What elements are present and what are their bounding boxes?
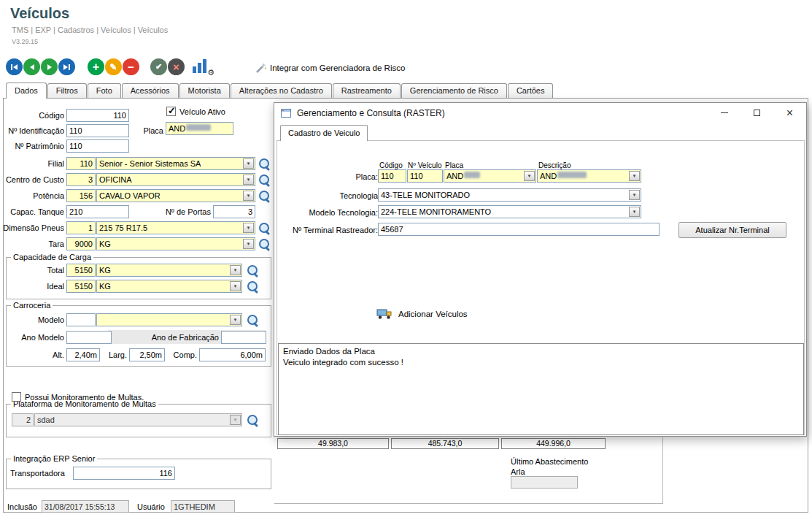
nav-last-button[interactable] [58, 58, 75, 75]
centro-custo-code-field[interactable]: 3 [66, 173, 96, 186]
search-icon[interactable] [258, 222, 271, 234]
total-code-field[interactable]: 5150 [66, 264, 96, 277]
close-button[interactable]: × [773, 103, 806, 123]
potencia-combo[interactable]: CAVALO VAPOR [96, 189, 255, 202]
ideal-value: KG [99, 282, 111, 291]
modelo-combo[interactable] [96, 313, 242, 326]
chevron-down-icon[interactable] [243, 223, 254, 233]
minimize-button[interactable] [708, 103, 741, 123]
veiculo-ativo-label: Veículo Ativo [179, 107, 225, 117]
search-icon[interactable] [247, 264, 259, 277]
total-label: Total [20, 266, 64, 275]
tecnologia-combo[interactable]: 43-TELE MONITORADO [378, 188, 641, 202]
search-icon[interactable] [247, 314, 259, 326]
integrate-risk-label[interactable]: Integrar com Gerenciadora de Risco [270, 64, 405, 73]
tab-gerenciamento-risco[interactable]: Gerenciamento de Risco [401, 83, 507, 98]
monitoramento-multas-checkbox[interactable] [12, 392, 21, 402]
veiculo-ativo-checkbox[interactable] [166, 107, 176, 116]
chevron-down-icon[interactable] [629, 190, 640, 200]
dialog-titlebar[interactable]: Gerenciamento e Consulta (RASTER) × [274, 103, 806, 123]
placa-field[interactable]: AND [166, 122, 233, 135]
monitoramento-multas-label: Possui Monitoramento de Multas. [25, 393, 144, 402]
confirm-button[interactable]: ✔ [150, 58, 167, 75]
inclusao-field: 31/08/2017 15:55:13 [42, 500, 129, 513]
search-icon[interactable] [258, 174, 271, 186]
potencia-code-field[interactable]: 156 [66, 189, 96, 202]
chevron-down-icon[interactable] [230, 265, 241, 275]
search-icon[interactable] [247, 280, 259, 293]
total-combo[interactable]: KG [96, 264, 242, 277]
chevron-down-icon[interactable] [629, 207, 640, 217]
filial-combo[interactable]: Senior - Senior Sistemas SA [96, 157, 255, 170]
dialog-placa-combo[interactable]: AND [444, 169, 536, 183]
tab-filtros[interactable]: Filtros [47, 83, 87, 98]
identificacao-field[interactable]: 110 [66, 124, 129, 137]
tara-combo[interactable]: KG [96, 237, 255, 250]
chart-config-button[interactable]: ⚙ [193, 58, 214, 75]
tecnologia-value: 43-TELE MONITORADO [381, 191, 470, 199]
dialog-title: Gerenciamento e Consulta (RASTER) [297, 108, 445, 118]
maximize-button[interactable] [741, 103, 773, 123]
dimensao-pneus-combo[interactable]: 215 75 R17.5 [96, 221, 255, 234]
modelo-code-field[interactable] [66, 313, 96, 326]
centro-custo-combo[interactable]: OFICINA [96, 173, 255, 186]
search-icon[interactable] [258, 158, 271, 170]
add-button[interactable]: + [88, 58, 104, 75]
tara-code-field[interactable]: 9000 [66, 237, 96, 250]
tab-motorista[interactable]: Motorista [179, 83, 230, 98]
chevron-down-icon[interactable] [243, 158, 254, 169]
truck-icon [376, 307, 393, 320]
dimensao-pneus-code-field[interactable]: 1 [66, 221, 96, 234]
nav-first-button[interactable] [6, 58, 23, 75]
alt-field[interactable]: 2,40m [66, 348, 100, 361]
capac-tanque-field[interactable]: 210 [66, 205, 129, 218]
edit-button[interactable]: ✎ [105, 58, 122, 75]
atualizar-terminal-button[interactable]: Atualizar Nr.Terminal [678, 222, 786, 238]
filial-code-field[interactable]: 110 [66, 157, 96, 170]
tab-foto[interactable]: Foto [88, 83, 121, 98]
terminal-field[interactable]: 45687 [378, 223, 660, 236]
codigo-field[interactable]: 110 [66, 109, 129, 122]
dialog-codigo-field[interactable]: 110 [378, 169, 406, 183]
bar-chart-icon [193, 66, 196, 73]
ideal-code-field[interactable]: 5150 [66, 280, 96, 293]
raster-dialog: Gerenciamento e Consulta (RASTER) × Cada… [274, 102, 807, 437]
adicionar-veiculos-button[interactable]: Adicionar Veículos [376, 307, 468, 320]
ano-modelo-field[interactable] [66, 331, 112, 344]
chevron-down-icon[interactable] [243, 239, 254, 249]
ano-fabricacao-field[interactable] [221, 331, 266, 344]
dialog-placa-value: AND [446, 172, 463, 180]
chevron-down-icon[interactable] [243, 191, 254, 201]
chevron-down-icon[interactable] [243, 175, 254, 185]
tab-acessorios[interactable]: Acessórios [122, 83, 179, 98]
chevron-down-icon[interactable] [230, 315, 241, 325]
log-textarea[interactable]: Enviado Dados da Placa Veiculo integrado… [278, 343, 804, 435]
tab-alteracoes-cadastro[interactable]: Alterações no Cadastro [231, 83, 332, 98]
dialog-num-veiculo-field[interactable]: 110 [407, 169, 443, 183]
chevron-down-icon[interactable] [230, 281, 241, 291]
tab-rastreamento[interactable]: Rastreamento [333, 83, 401, 98]
dialog-tab-cadastro-veiculo[interactable]: Cadastro de Veiculo [280, 125, 368, 141]
larg-field[interactable]: 2,50m [129, 348, 165, 361]
comp-field[interactable]: 6,00m [199, 348, 266, 361]
ideal-combo[interactable]: KG [96, 280, 242, 293]
cancel-button[interactable]: × [168, 58, 185, 75]
patrimonio-field[interactable]: 110 [66, 139, 129, 153]
tab-dados[interactable]: Dados [6, 83, 47, 99]
search-icon[interactable] [247, 414, 259, 426]
tab-cartoes[interactable]: Cartões [508, 83, 554, 98]
chevron-down-icon[interactable] [524, 171, 535, 181]
window-controls: × [708, 103, 806, 123]
nav-next-button[interactable] [41, 58, 58, 75]
transportadora-field[interactable]: 116 [73, 467, 175, 480]
dialog-descricao-combo[interactable]: AND [537, 169, 641, 183]
modelo-tecnologia-combo[interactable]: 224-TELE MONITORAMENTO [378, 205, 641, 218]
portas-field[interactable]: 3 [213, 205, 255, 218]
chevron-down-icon[interactable] [629, 171, 640, 181]
search-icon[interactable] [258, 238, 271, 250]
tara-value: KG [99, 240, 111, 248]
redacted-text [464, 172, 480, 178]
nav-previous-button[interactable] [23, 58, 40, 75]
search-icon[interactable] [258, 190, 271, 202]
delete-button[interactable]: − [123, 58, 139, 75]
